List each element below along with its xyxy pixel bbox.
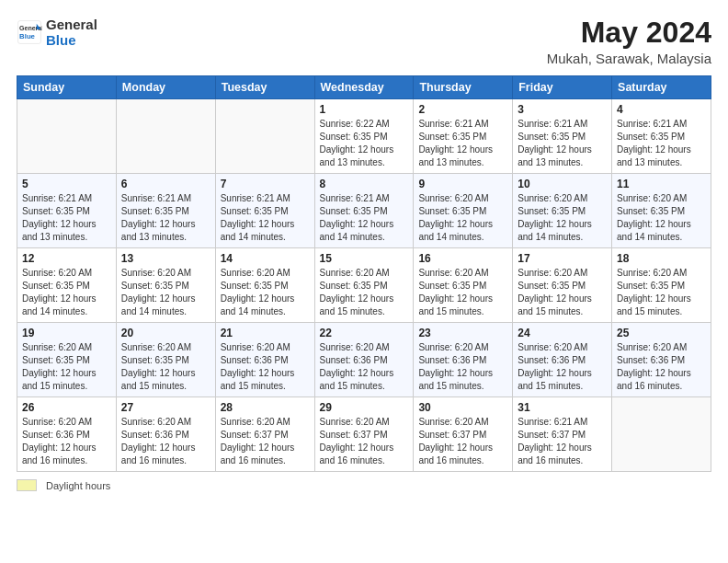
day-number: 20: [121, 327, 210, 339]
calendar-day-cell: 30Sunrise: 6:20 AM Sunset: 6:37 PM Dayli…: [414, 397, 513, 472]
day-number: 13: [121, 252, 210, 265]
calendar-week-row: 5Sunrise: 6:21 AM Sunset: 6:35 PM Daylig…: [17, 174, 711, 248]
calendar-week-row: 1Sunrise: 6:22 AM Sunset: 6:35 PM Daylig…: [17, 99, 711, 174]
day-number: 9: [418, 178, 507, 190]
day-number: 22: [320, 327, 409, 339]
day-number: 30: [418, 401, 507, 414]
calendar-day-cell: 2Sunrise: 6:21 AM Sunset: 6:35 PM Daylig…: [414, 99, 513, 174]
day-number: 1: [320, 103, 409, 116]
page: General Blue General Blue May 2024 Mukah…: [0, 0, 728, 563]
day-number: 23: [418, 327, 507, 339]
calendar-header-cell: Tuesday: [215, 76, 314, 99]
day-number: 5: [22, 178, 111, 190]
day-info: Sunrise: 6:20 AM Sunset: 6:35 PM Dayligh…: [518, 267, 607, 318]
calendar-header-cell: Sunday: [17, 76, 117, 99]
day-number: 6: [121, 178, 210, 190]
calendar-day-cell: 23Sunrise: 6:20 AM Sunset: 6:36 PM Dayli…: [414, 323, 513, 397]
day-info: Sunrise: 6:20 AM Sunset: 6:35 PM Dayligh…: [518, 192, 607, 244]
day-info: Sunrise: 6:20 AM Sunset: 6:36 PM Dayligh…: [121, 416, 210, 467]
calendar-week-row: 26Sunrise: 6:20 AM Sunset: 6:36 PM Dayli…: [17, 397, 711, 472]
day-number: 10: [518, 178, 607, 190]
title-block: May 2024 Mukah, Sarawak, Malaysia: [547, 17, 711, 66]
calendar-day-cell: 31Sunrise: 6:21 AM Sunset: 6:37 PM Dayli…: [513, 397, 612, 472]
day-info: Sunrise: 6:20 AM Sunset: 6:37 PM Dayligh…: [418, 416, 507, 467]
logo: General Blue General Blue: [17, 17, 97, 49]
day-info: Sunrise: 6:20 AM Sunset: 6:36 PM Dayligh…: [221, 341, 310, 393]
day-info: Sunrise: 6:20 AM Sunset: 6:37 PM Dayligh…: [320, 416, 409, 467]
footer: Daylight hours: [17, 479, 711, 491]
day-number: 29: [320, 401, 409, 414]
day-number: 12: [22, 252, 111, 265]
calendar-day-cell: 15Sunrise: 6:20 AM Sunset: 6:35 PM Dayli…: [314, 248, 414, 323]
calendar-week-row: 12Sunrise: 6:20 AM Sunset: 6:35 PM Dayli…: [17, 248, 711, 323]
calendar-day-cell: 20Sunrise: 6:20 AM Sunset: 6:35 PM Dayli…: [116, 323, 215, 397]
day-info: Sunrise: 6:20 AM Sunset: 6:35 PM Dayligh…: [617, 267, 706, 318]
calendar-day-cell: 29Sunrise: 6:20 AM Sunset: 6:37 PM Dayli…: [314, 397, 414, 472]
day-number: 7: [221, 178, 310, 190]
legend-box: [17, 479, 37, 491]
day-info: Sunrise: 6:21 AM Sunset: 6:35 PM Dayligh…: [617, 118, 706, 169]
calendar-day-cell: 3Sunrise: 6:21 AM Sunset: 6:35 PM Daylig…: [513, 99, 612, 174]
day-number: 26: [22, 401, 111, 414]
day-info: Sunrise: 6:20 AM Sunset: 6:36 PM Dayligh…: [617, 341, 706, 393]
calendar-day-cell: 1Sunrise: 6:22 AM Sunset: 6:35 PM Daylig…: [314, 99, 414, 174]
calendar-day-cell: 24Sunrise: 6:20 AM Sunset: 6:36 PM Dayli…: [513, 323, 612, 397]
day-info: Sunrise: 6:22 AM Sunset: 6:35 PM Dayligh…: [320, 118, 409, 169]
calendar-header-row: SundayMondayTuesdayWednesdayThursdayFrid…: [17, 76, 711, 99]
calendar-day-cell: 16Sunrise: 6:20 AM Sunset: 6:35 PM Dayli…: [414, 248, 513, 323]
calendar-header-cell: Saturday: [612, 76, 711, 99]
calendar-day-cell: [17, 99, 117, 174]
calendar-header-cell: Friday: [513, 76, 612, 99]
day-info: Sunrise: 6:20 AM Sunset: 6:35 PM Dayligh…: [418, 267, 507, 318]
day-number: 28: [221, 401, 310, 414]
calendar-header-cell: Monday: [116, 76, 215, 99]
day-info: Sunrise: 6:20 AM Sunset: 6:35 PM Dayligh…: [320, 267, 409, 318]
calendar-day-cell: 10Sunrise: 6:20 AM Sunset: 6:35 PM Dayli…: [513, 174, 612, 248]
day-info: Sunrise: 6:20 AM Sunset: 6:35 PM Dayligh…: [221, 267, 310, 318]
day-number: 21: [221, 327, 310, 339]
logo-text: General Blue: [46, 17, 97, 49]
calendar-header-cell: Thursday: [414, 76, 513, 99]
calendar-day-cell: 4Sunrise: 6:21 AM Sunset: 6:35 PM Daylig…: [612, 99, 711, 174]
day-number: 2: [418, 103, 507, 116]
day-info: Sunrise: 6:21 AM Sunset: 6:35 PM Dayligh…: [320, 192, 409, 244]
day-info: Sunrise: 6:20 AM Sunset: 6:37 PM Dayligh…: [221, 416, 310, 467]
day-number: 8: [320, 178, 409, 190]
calendar-day-cell: 7Sunrise: 6:21 AM Sunset: 6:35 PM Daylig…: [215, 174, 314, 248]
calendar-day-cell: 14Sunrise: 6:20 AM Sunset: 6:35 PM Dayli…: [215, 248, 314, 323]
day-info: Sunrise: 6:20 AM Sunset: 6:36 PM Dayligh…: [22, 416, 111, 467]
calendar-header-cell: Wednesday: [314, 76, 414, 99]
day-number: 11: [617, 178, 706, 190]
calendar-table: SundayMondayTuesdayWednesdayThursdayFrid…: [17, 75, 711, 472]
svg-text:Blue: Blue: [19, 32, 36, 40]
calendar-week-row: 19Sunrise: 6:20 AM Sunset: 6:35 PM Dayli…: [17, 323, 711, 397]
day-number: 17: [518, 252, 607, 265]
calendar-body: 1Sunrise: 6:22 AM Sunset: 6:35 PM Daylig…: [17, 99, 711, 472]
day-info: Sunrise: 6:20 AM Sunset: 6:36 PM Dayligh…: [518, 341, 607, 393]
day-number: 16: [418, 252, 507, 265]
day-info: Sunrise: 6:20 AM Sunset: 6:36 PM Dayligh…: [320, 341, 409, 393]
month-title: May 2024: [547, 17, 711, 49]
day-info: Sunrise: 6:20 AM Sunset: 6:35 PM Dayligh…: [121, 341, 210, 393]
calendar-day-cell: 18Sunrise: 6:20 AM Sunset: 6:35 PM Dayli…: [612, 248, 711, 323]
day-info: Sunrise: 6:21 AM Sunset: 6:35 PM Dayligh…: [518, 118, 607, 169]
day-info: Sunrise: 6:20 AM Sunset: 6:35 PM Dayligh…: [22, 341, 111, 393]
logo-line2: Blue: [46, 32, 97, 48]
calendar-day-cell: 26Sunrise: 6:20 AM Sunset: 6:36 PM Dayli…: [17, 397, 117, 472]
calendar-day-cell: 11Sunrise: 6:20 AM Sunset: 6:35 PM Dayli…: [612, 174, 711, 248]
day-info: Sunrise: 6:21 AM Sunset: 6:35 PM Dayligh…: [418, 118, 507, 169]
calendar-day-cell: 6Sunrise: 6:21 AM Sunset: 6:35 PM Daylig…: [116, 174, 215, 248]
day-number: 3: [518, 103, 607, 116]
calendar-day-cell: 13Sunrise: 6:20 AM Sunset: 6:35 PM Dayli…: [116, 248, 215, 323]
day-number: 18: [617, 252, 706, 265]
location-title: Mukah, Sarawak, Malaysia: [547, 51, 711, 66]
day-number: 25: [617, 327, 706, 339]
calendar-day-cell: 28Sunrise: 6:20 AM Sunset: 6:37 PM Dayli…: [215, 397, 314, 472]
calendar-day-cell: 8Sunrise: 6:21 AM Sunset: 6:35 PM Daylig…: [314, 174, 414, 248]
calendar-day-cell: [612, 397, 711, 472]
day-info: Sunrise: 6:21 AM Sunset: 6:37 PM Dayligh…: [518, 416, 607, 467]
day-number: 4: [617, 103, 706, 116]
day-info: Sunrise: 6:20 AM Sunset: 6:35 PM Dayligh…: [22, 267, 111, 318]
calendar-day-cell: 9Sunrise: 6:20 AM Sunset: 6:35 PM Daylig…: [414, 174, 513, 248]
calendar-day-cell: 17Sunrise: 6:20 AM Sunset: 6:35 PM Dayli…: [513, 248, 612, 323]
